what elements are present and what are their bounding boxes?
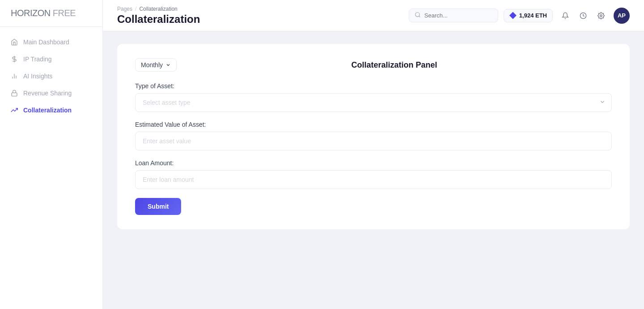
header-icons [558, 9, 608, 23]
submit-button[interactable]: Submit [135, 198, 181, 215]
type-of-asset-label: Type of Asset: [135, 82, 612, 90]
header: Pages / Collateralization Collateralizat… [103, 0, 644, 31]
clock-button[interactable] [576, 9, 590, 23]
header-left: Pages / Collateralization Collateralizat… [117, 6, 200, 26]
page-title: Collateralization [117, 13, 200, 26]
monthly-label: Monthly [141, 61, 163, 69]
logo: HORIZON FREE [0, 0, 102, 27]
search-input[interactable] [424, 12, 492, 19]
panel-header: Monthly Collateralization Panel [135, 58, 612, 72]
sidebar: HORIZON FREE Main Dashboard IP Trading A… [0, 0, 103, 309]
sidebar-item-main-dashboard[interactable]: Main Dashboard [0, 34, 102, 50]
svg-line-6 [419, 16, 420, 17]
sidebar-item-label: IP Trading [23, 56, 52, 63]
lock-icon [11, 90, 18, 97]
home-icon [11, 39, 18, 46]
sidebar-item-ai-insights[interactable]: AI Insights [0, 68, 102, 84]
svg-rect-4 [12, 93, 17, 96]
panel-title: Collateralization Panel [177, 60, 612, 70]
sidebar-nav: Main Dashboard IP Trading AI Insights Re… [0, 27, 102, 125]
breadcrumb-current: Collateralization [139, 6, 177, 12]
eth-amount: 1,924 ETH [519, 12, 547, 19]
loan-amount-label: Loan Amount: [135, 159, 612, 167]
estimated-value-label: Estimated Value of Asset: [135, 121, 612, 128]
loan-amount-group: Loan Amount: [135, 159, 612, 189]
asset-type-group: Type of Asset: Select asset type [135, 82, 612, 112]
monthly-dropdown[interactable]: Monthly [135, 58, 177, 72]
estimated-value-group: Estimated Value of Asset: [135, 121, 612, 150]
dollar-icon [11, 56, 18, 63]
sidebar-item-label: AI Insights [23, 73, 52, 80]
header-right: 1,924 ETH AP [409, 8, 630, 24]
main-area: Pages / Collateralization Collateralizat… [103, 0, 644, 309]
eth-diamond-icon [509, 12, 517, 19]
collateralization-panel: Monthly Collateralization Panel Type of … [117, 44, 630, 229]
avatar[interactable]: AP [614, 8, 630, 24]
asset-type-select[interactable]: Select asset type [135, 93, 612, 112]
trending-up-icon [11, 107, 18, 114]
content-area: Monthly Collateralization Panel Type of … [103, 31, 644, 309]
sidebar-item-ip-trading[interactable]: IP Trading [0, 51, 102, 67]
breadcrumb: Pages / Collateralization [117, 6, 200, 12]
select-wrapper: Select asset type [135, 93, 612, 112]
sidebar-item-collateralization[interactable]: Collateralization [0, 102, 102, 118]
svg-point-5 [415, 13, 419, 17]
sidebar-item-label: Collateralization [23, 107, 72, 114]
loan-amount-input[interactable] [135, 170, 612, 189]
chart-icon [11, 73, 18, 80]
brand-name: HORIZON FREE [11, 8, 76, 18]
chevron-down-icon [165, 62, 171, 68]
sidebar-item-revenue-sharing[interactable]: Revenue Sharing [0, 85, 102, 101]
asset-value-input[interactable] [135, 132, 612, 150]
notification-button[interactable] [558, 9, 572, 23]
svg-point-8 [600, 15, 602, 17]
eth-badge: 1,924 ETH [504, 9, 553, 22]
sidebar-item-label: Revenue Sharing [23, 90, 72, 97]
breadcrumb-sep: / [135, 6, 136, 12]
search-box[interactable] [409, 9, 498, 22]
settings-button[interactable] [594, 9, 608, 23]
search-icon [415, 12, 421, 19]
sidebar-item-label: Main Dashboard [23, 39, 69, 46]
